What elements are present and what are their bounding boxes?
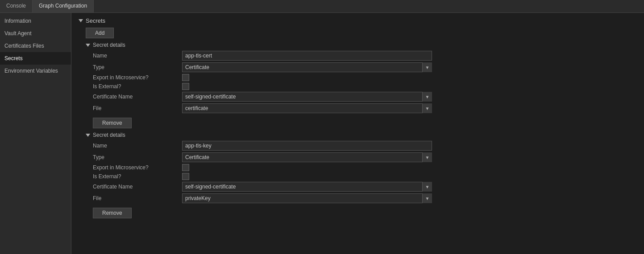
secret1-collapse-icon[interactable] bbox=[86, 44, 90, 47]
tab-graph-config[interactable]: Graph Configuration bbox=[33, 0, 94, 12]
secret2-export-checkbox[interactable] bbox=[182, 164, 189, 171]
content-area: Secrets Add Secret details Name Type Cer… bbox=[71, 13, 644, 254]
secret2-cert-name-row: Certificate Name self-signed-certificate… bbox=[86, 182, 637, 192]
secret2-external-label: Is External? bbox=[93, 173, 182, 180]
secret2-type-select-wrap: Certificate ▼ bbox=[182, 152, 432, 162]
sidebar-item-vault-agent[interactable]: Vault Agent bbox=[0, 27, 71, 40]
secret1-details-header: Secret details bbox=[86, 42, 637, 48]
secret1-file-row: File certificate privateKey ▼ bbox=[86, 103, 637, 113]
sidebar: Information Vault Agent Certificates Fil… bbox=[0, 13, 71, 254]
secret2-export-label: Export in Microservice? bbox=[93, 164, 182, 171]
secret1-name-row: Name bbox=[86, 51, 637, 61]
secret2-file-select[interactable]: certificate privateKey bbox=[182, 193, 432, 203]
sidebar-item-certificates-files[interactable]: Certificates Files bbox=[0, 40, 71, 52]
secret2-name-input[interactable] bbox=[182, 141, 432, 151]
secret2-cert-name-label: Certificate Name bbox=[93, 184, 182, 190]
secret1-type-label: Type bbox=[93, 64, 182, 70]
sidebar-item-information[interactable]: Information bbox=[0, 15, 71, 27]
secret2-details-label: Secret details bbox=[93, 132, 125, 138]
secret1-cert-name-label: Certificate Name bbox=[93, 94, 182, 100]
secret2-external-row: Is External? bbox=[86, 173, 637, 180]
tab-console[interactable]: Console bbox=[0, 0, 33, 12]
main-layout: Information Vault Agent Certificates Fil… bbox=[0, 13, 644, 254]
secret1-type-row: Type Certificate ▼ bbox=[86, 62, 637, 72]
secret1-file-select[interactable]: certificate privateKey bbox=[182, 103, 432, 113]
secret1-cert-name-select[interactable]: self-signed-certificate bbox=[182, 92, 432, 102]
sidebar-item-environment-variables[interactable]: Environment Variables bbox=[0, 65, 71, 77]
secret1-cert-name-select-wrap: self-signed-certificate ▼ bbox=[182, 92, 432, 102]
secret1-details-label: Secret details bbox=[93, 42, 125, 48]
secret2-remove-button[interactable]: Remove bbox=[93, 208, 132, 218]
secret1-export-checkbox[interactable] bbox=[182, 74, 189, 81]
secret1-export-row: Export in Microservice? bbox=[86, 74, 637, 81]
secret1-file-label: File bbox=[93, 105, 182, 111]
secret2-collapse-icon[interactable] bbox=[86, 134, 90, 137]
secret1-type-select[interactable]: Certificate bbox=[182, 62, 432, 72]
secret1-cert-name-row: Certificate Name self-signed-certificate… bbox=[86, 92, 637, 102]
secret1-export-label: Export in Microservice? bbox=[93, 74, 182, 81]
secret2-type-label: Type bbox=[93, 154, 182, 160]
secret2-type-select[interactable]: Certificate bbox=[182, 152, 432, 162]
add-button[interactable]: Add bbox=[86, 28, 114, 38]
secret2-cert-name-select-wrap: self-signed-certificate ▼ bbox=[182, 182, 432, 192]
secret1-file-select-wrap: certificate privateKey ▼ bbox=[182, 103, 432, 113]
secret2-name-label: Name bbox=[93, 143, 182, 149]
secrets-section-header: Secrets bbox=[79, 17, 637, 24]
secret1-external-label: Is External? bbox=[93, 83, 182, 90]
tab-bar: Console Graph Configuration bbox=[0, 0, 644, 13]
secret2-file-select-wrap: certificate privateKey ▼ bbox=[182, 193, 432, 203]
secret1-section: Secret details Name Type Certificate ▼ bbox=[86, 42, 637, 128]
secret1-type-select-wrap: Certificate ▼ bbox=[182, 62, 432, 72]
secret2-file-row: File certificate privateKey ▼ bbox=[86, 193, 637, 203]
secret2-name-row: Name bbox=[86, 141, 637, 151]
secret2-external-checkbox[interactable] bbox=[182, 173, 189, 180]
secret1-name-label: Name bbox=[93, 53, 182, 59]
secret2-file-label: File bbox=[93, 195, 182, 201]
secret1-external-checkbox[interactable] bbox=[182, 83, 189, 90]
secret2-export-row: Export in Microservice? bbox=[86, 164, 637, 171]
sidebar-item-secrets[interactable]: Secrets bbox=[0, 52, 71, 65]
secret2-section: Secret details Name Type Certificate ▼ bbox=[86, 132, 637, 218]
secrets-collapse-icon[interactable] bbox=[79, 19, 83, 22]
secret1-external-row: Is External? bbox=[86, 83, 637, 90]
secret2-details-header: Secret details bbox=[86, 132, 637, 138]
secret2-cert-name-select[interactable]: self-signed-certificate bbox=[182, 182, 432, 192]
secret2-type-row: Type Certificate ▼ bbox=[86, 152, 637, 162]
secret1-name-input[interactable] bbox=[182, 51, 432, 61]
secrets-section-label: Secrets bbox=[86, 17, 105, 24]
secret1-remove-button[interactable]: Remove bbox=[93, 118, 132, 128]
